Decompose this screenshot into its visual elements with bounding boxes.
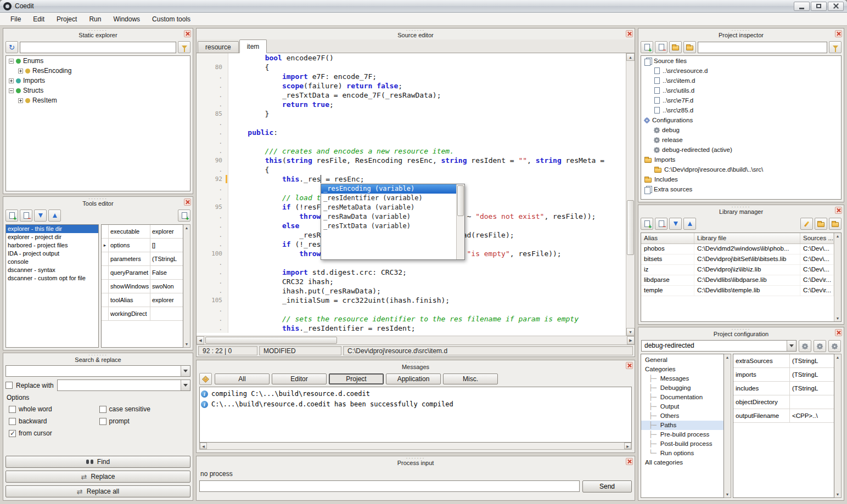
code-line[interactable]: . { [197, 165, 626, 174]
add-source-button[interactable] [641, 41, 653, 53]
run-tool-button[interactable] [178, 209, 190, 222]
edit-library-button[interactable] [800, 218, 813, 230]
config-property-imports[interactable]: imports(TStringL [733, 368, 834, 382]
property-value[interactable]: False [150, 266, 183, 279]
whole-word-checkbox[interactable] [9, 406, 16, 413]
add-tool-button[interactable] [5, 209, 18, 222]
completion-item-restxtdata-variable[interactable]: _resTxtData (variable) [321, 222, 456, 231]
message-line[interactable]: iC:\...\build\resource.d.coedit has been… [201, 399, 630, 410]
filter-button-editor[interactable]: Editor [272, 373, 327, 384]
filter-button-all[interactable]: All [215, 373, 270, 384]
panel-close-button[interactable] [835, 30, 842, 37]
property-row-workingdirect[interactable]: workingDirect [102, 307, 183, 321]
code-line[interactable]: . [197, 137, 626, 146]
backward-checkbox[interactable] [9, 418, 16, 425]
code-line[interactable]: . [197, 305, 626, 314]
property-value[interactable]: swoNon [150, 280, 183, 293]
case-sensitive-checkbox[interactable] [99, 406, 106, 413]
remove-library-button[interactable] [655, 218, 667, 230]
remove-configuration-button[interactable] [828, 340, 841, 352]
category-debugging[interactable]: ├─ Debugging [641, 383, 723, 393]
replace-term-combo[interactable] [57, 380, 190, 391]
from-cursor-checkbox[interactable] [9, 430, 16, 437]
category-categories[interactable]: Categories [641, 365, 723, 374]
code-line[interactable]: 80 { [197, 63, 626, 72]
code-line[interactable]: . _resTxtData = encode_7F(_resRawData); [197, 90, 626, 100]
option-from-cursor[interactable]: from cursor [9, 429, 97, 437]
scroll-thumb[interactable] [627, 200, 634, 255]
clear-inspector-filter-button[interactable] [829, 41, 842, 53]
scroll-right-icon[interactable]: ▶ [624, 443, 631, 449]
property-value[interactable]: (TStringL [790, 354, 834, 367]
tree-item-resencoding[interactable]: ResEncoding [6, 66, 190, 76]
config-property-extrasources[interactable]: extraSources(TStringL [733, 354, 834, 368]
property-row-showwindows[interactable]: showWindowsswoNon [102, 280, 183, 293]
menu-item-custom-tools[interactable]: Custom tools [147, 14, 195, 25]
panel-close-button[interactable] [835, 329, 842, 336]
tool-item-console[interactable]: console [6, 258, 98, 266]
property-value[interactable]: [] [150, 239, 183, 252]
library-row-libdparse[interactable]: libdparseC:\Dev\dlibs\libdparse.libC:\De… [641, 275, 834, 286]
replace-button[interactable]: ⇄Replace [5, 471, 190, 483]
send-button[interactable]: Send [582, 480, 632, 492]
library-row-temple[interactable]: templeC:\Dev\dlibs\temple.libC:\Dev\r... [641, 286, 834, 296]
remove-tool-button[interactable] [20, 209, 32, 222]
scroll-left-icon[interactable]: ◀ [197, 336, 204, 344]
inspector-item-debug[interactable]: debug [641, 125, 841, 135]
configuration-selector[interactable]: debug-redirected [641, 340, 796, 352]
code-line[interactable]: 90 this(string resFile, ResEncoding resE… [197, 156, 626, 165]
add-library-folder-button[interactable] [829, 218, 842, 230]
column-header-sources[interactable]: Sources ... [800, 233, 834, 243]
property-value[interactable]: (TStringL [150, 252, 183, 265]
completion-item-resmetadata-variable[interactable]: _resMetaData (variable) [321, 203, 456, 212]
tool-grid-scrollbar[interactable]: ▲▼ [183, 224, 190, 348]
open-folder-button[interactable] [669, 41, 682, 53]
replace-with-checkbox[interactable] [5, 382, 13, 389]
inspector-item-includes[interactable]: Includes [641, 174, 841, 184]
category-post-build-process[interactable]: ├─ Post-build process [641, 439, 723, 449]
tab-item[interactable]: item [239, 39, 267, 53]
tree-item-enums[interactable]: Enums [6, 56, 190, 66]
scroll-thumb[interactable] [205, 337, 337, 344]
property-value[interactable] [790, 395, 834, 409]
move-library-down-button[interactable] [669, 218, 682, 230]
category-pre-build-process[interactable]: ├─ Pre-build process [641, 430, 723, 439]
category-general[interactable]: General [641, 355, 723, 365]
dropdown-button[interactable] [181, 380, 190, 390]
find-button[interactable]: Find [5, 456, 190, 468]
config-property-outputfilename[interactable]: outputFilename<CPP>..\ [733, 409, 834, 423]
close-button[interactable] [828, 2, 844, 11]
menu-item-run[interactable]: Run [84, 14, 106, 25]
completion-scrollbar[interactable] [456, 184, 464, 259]
code-line[interactable]: . return true; [197, 100, 626, 109]
scroll-up-icon[interactable]: ▲ [626, 53, 635, 61]
code-line[interactable]: 105 _initialSum = crc322uint(ihash.finis… [197, 296, 626, 305]
refresh-button[interactable]: ↻ [5, 41, 18, 53]
category-paths[interactable]: ├─ Paths [641, 421, 723, 430]
inspector-item-src-item-d[interactable]: ..\src\item.d [641, 76, 841, 86]
expand-toggle-icon[interactable] [18, 98, 23, 103]
library-row-iz[interactable]: izC:\Dev\dproj\iz\lib\iz.libC:\Dev\... [641, 265, 834, 275]
filter-button-misc[interactable]: Misc. [443, 373, 498, 384]
inspector-item-src-e7f-d[interactable]: ..\src\e7F.d [641, 95, 841, 105]
panel-close-button[interactable] [184, 30, 191, 37]
property-value[interactable]: (TStringL [790, 382, 834, 395]
code-line[interactable]: . scope(failure) return false; [197, 81, 626, 90]
move-tool-up-button[interactable] [48, 209, 61, 222]
property-row-executable[interactable]: executableexplorer [102, 225, 183, 239]
move-library-up-button[interactable] [683, 218, 696, 230]
code-line[interactable]: . import e7F: encode_7F; [197, 72, 626, 81]
code-line[interactable]: 85 } [197, 109, 626, 118]
remove-source-button[interactable] [655, 41, 667, 53]
filter-button-project[interactable]: Project [329, 373, 384, 384]
dropdown-button[interactable] [787, 341, 796, 351]
message-line[interactable]: icompiling C:\...\build\resource.d.coedi… [201, 389, 630, 399]
messages-scrollbar[interactable]: ◀ ▶ [199, 443, 632, 450]
categories-scrollbar[interactable]: ▲▼ [724, 354, 731, 498]
tree-item-resitem[interactable]: ResItem [6, 95, 190, 105]
category-messages[interactable]: ├─ Messages [641, 374, 723, 383]
editor-horizontal-scrollbar[interactable]: ◀ ▶ [197, 336, 635, 344]
property-value[interactable]: explorer [150, 293, 183, 307]
inspector-item-src-resource-d[interactable]: ..\src\resource.d [641, 66, 841, 76]
option-whole-word[interactable]: whole word [9, 405, 97, 413]
